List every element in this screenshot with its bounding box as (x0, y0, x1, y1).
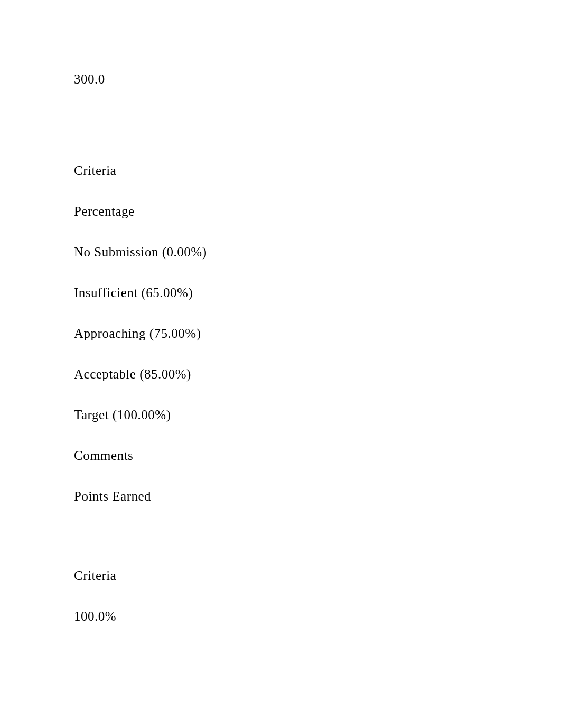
section2-criteria: Criteria (74, 568, 487, 584)
rubric-header-no-submission: No Submission (0.00%) (74, 244, 487, 260)
rubric-header-acceptable: Acceptable (85.00%) (74, 366, 487, 382)
section2-percent: 100.0% (74, 609, 487, 624)
rubric-header-comments: Comments (74, 448, 487, 464)
rubric-header-criteria: Criteria (74, 163, 487, 179)
rubric-header-percentage: Percentage (74, 204, 487, 219)
top-value: 300.0 (74, 71, 487, 87)
document-page: 300.0 Criteria Percentage No Submission … (0, 0, 561, 728)
rubric-header-target: Target (100.00%) (74, 407, 487, 423)
rubric-header-approaching: Approaching (75.00%) (74, 326, 487, 342)
rubric-header-points-earned: Points Earned (74, 489, 487, 504)
rubric-header-insufficient: Insufficient (65.00%) (74, 285, 487, 301)
